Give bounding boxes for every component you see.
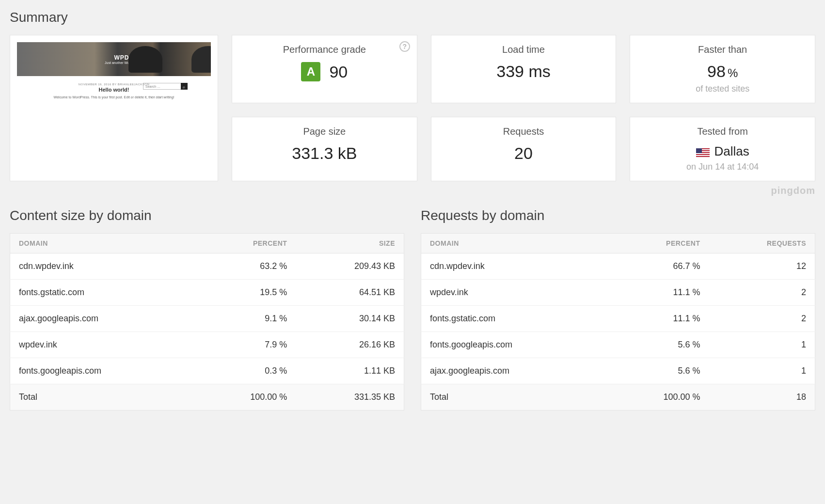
faster-than-label: Faster than <box>636 44 809 55</box>
site-thumbnail: WPDEV Just another WordPress site NOVEMB… <box>17 42 211 117</box>
cell-requests: 1 <box>709 332 815 358</box>
cell-total-requests: 18 <box>709 384 815 410</box>
page-size-label: Page size <box>238 126 411 137</box>
site-thumbnail-card: WPDEV Just another WordPress site NOVEMB… <box>10 35 218 181</box>
cell-percent: 9.1 % <box>195 306 296 332</box>
tested-from-sub: on Jun 14 at 14:04 <box>636 162 809 172</box>
cell-domain: fonts.gstatic.com <box>421 306 608 332</box>
table-row: cdn.wpdev.ink 66.7 % 12 <box>421 253 815 280</box>
cell-requests: 2 <box>709 280 815 306</box>
cell-total-size: 331.35 KB <box>296 384 404 410</box>
table-row: fonts.googleapis.com 0.3 % 1.11 KB <box>10 358 404 384</box>
summary-title: Summary <box>10 10 815 25</box>
cell-size: 26.16 KB <box>296 332 404 358</box>
us-flag-icon <box>696 148 710 157</box>
table-row: fonts.googleapis.com 5.6 % 1 <box>421 332 815 358</box>
content-size-table: DOMAIN PERCENT SIZE cdn.wpdev.ink 63.2 %… <box>10 233 404 410</box>
help-icon[interactable]: ? <box>399 41 410 52</box>
thumbnail-search-placeholder: Search … <box>145 85 160 88</box>
cell-domain: fonts.gstatic.com <box>10 280 195 306</box>
load-time-value: 339 ms <box>496 62 551 81</box>
col-domain: DOMAIN <box>10 234 195 253</box>
cell-size: 209.43 KB <box>296 253 404 280</box>
cell-size: 64.51 KB <box>296 280 404 306</box>
tested-from-card: Tested from Dallas on Jun 14 at 14:04 <box>630 117 815 181</box>
col-domain: DOMAIN <box>421 234 608 253</box>
page-size-value: 331.3 kB <box>292 144 357 163</box>
cell-percent: 0.3 % <box>195 358 296 384</box>
cell-size: 30.14 KB <box>296 306 404 332</box>
cell-requests: 1 <box>709 358 815 384</box>
table-row: ajax.googleapis.com 5.6 % 1 <box>421 358 815 384</box>
cell-total-percent: 100.00 % <box>608 384 709 410</box>
load-time-card: Load time 339 ms <box>431 35 617 103</box>
domain-tables: Content size by domain DOMAIN PERCENT SI… <box>10 208 815 410</box>
tested-from-label: Tested from <box>636 126 809 137</box>
cell-requests: 2 <box>709 306 815 332</box>
cell-percent: 5.6 % <box>608 358 709 384</box>
requests-section: Requests by domain DOMAIN PERCENT REQUES… <box>421 208 815 410</box>
faster-than-value: 98 <box>707 62 726 80</box>
cell-percent: 66.7 % <box>608 253 709 280</box>
performance-grade-label: Performance grade <box>238 44 411 55</box>
cell-domain: cdn.wpdev.ink <box>10 253 195 280</box>
faster-than-unit: % <box>728 66 738 79</box>
requests-table: DOMAIN PERCENT REQUESTS cdn.wpdev.ink 66… <box>421 233 815 410</box>
table-total-row: Total 100.00 % 331.35 KB <box>10 384 404 410</box>
table-row: cdn.wpdev.ink 63.2 % 209.43 KB <box>10 253 404 280</box>
grade-badge: A <box>301 62 320 81</box>
page-size-card: Page size 331.3 kB <box>232 117 417 181</box>
table-row: fonts.gstatic.com 11.1 % 2 <box>421 306 815 332</box>
cell-percent: 11.1 % <box>608 306 709 332</box>
col-size: SIZE <box>296 234 404 253</box>
performance-grade-card: ? Performance grade A 90 <box>232 35 417 103</box>
cell-total-label: Total <box>10 384 195 410</box>
pingdom-brand: pingdom <box>10 185 815 196</box>
cell-domain: wpdev.ink <box>421 280 608 306</box>
cell-percent: 7.9 % <box>195 332 296 358</box>
table-row: fonts.gstatic.com 19.5 % 64.51 KB <box>10 280 404 306</box>
requests-label: Requests <box>437 126 610 137</box>
content-size-section: Content size by domain DOMAIN PERCENT SI… <box>10 208 404 410</box>
content-size-title: Content size by domain <box>10 208 404 223</box>
search-icon: ⌕ <box>181 84 186 89</box>
faster-than-card: Faster than 98% of tested sites <box>630 35 815 103</box>
cell-size: 1.11 KB <box>296 358 404 384</box>
cell-total-percent: 100.00 % <box>195 384 296 410</box>
load-time-label: Load time <box>437 44 610 55</box>
cell-percent: 63.2 % <box>195 253 296 280</box>
summary-grid: WPDEV Just another WordPress site NOVEMB… <box>10 35 815 181</box>
cell-domain: wpdev.ink <box>10 332 195 358</box>
grade-score: 90 <box>329 63 348 81</box>
table-total-row: Total 100.00 % 18 <box>421 384 815 410</box>
faster-than-sub: of tested sites <box>636 84 809 94</box>
thumbnail-post-excerpt: Welcome to WordPress. This is your first… <box>41 95 187 99</box>
requests-card: Requests 20 <box>431 117 617 181</box>
cell-requests: 12 <box>709 253 815 280</box>
cell-domain: ajax.googleapis.com <box>10 306 195 332</box>
col-percent: PERCENT <box>608 234 709 253</box>
requests-value: 20 <box>514 144 533 163</box>
col-requests: REQUESTS <box>709 234 815 253</box>
tested-from-city: Dallas <box>714 144 749 158</box>
table-row: wpdev.ink 7.9 % 26.16 KB <box>10 332 404 358</box>
cell-total-label: Total <box>421 384 608 410</box>
cell-domain: fonts.googleapis.com <box>421 332 608 358</box>
requests-title: Requests by domain <box>421 208 815 223</box>
thumbnail-search-box: Search … ⌕ <box>143 83 188 90</box>
cell-percent: 11.1 % <box>608 280 709 306</box>
cell-domain: fonts.googleapis.com <box>10 358 195 384</box>
cell-domain: cdn.wpdev.ink <box>421 253 608 280</box>
cell-percent: 19.5 % <box>195 280 296 306</box>
thumbnail-site-title: WPDEV <box>41 54 211 61</box>
thumbnail-hero: WPDEV Just another WordPress site <box>17 42 211 76</box>
col-percent: PERCENT <box>195 234 296 253</box>
table-row: wpdev.ink 11.1 % 2 <box>421 280 815 306</box>
thumbnail-tagline: Just another WordPress site <box>41 61 211 64</box>
table-row: ajax.googleapis.com 9.1 % 30.14 KB <box>10 306 404 332</box>
cell-domain: ajax.googleapis.com <box>421 358 608 384</box>
cell-percent: 5.6 % <box>608 332 709 358</box>
